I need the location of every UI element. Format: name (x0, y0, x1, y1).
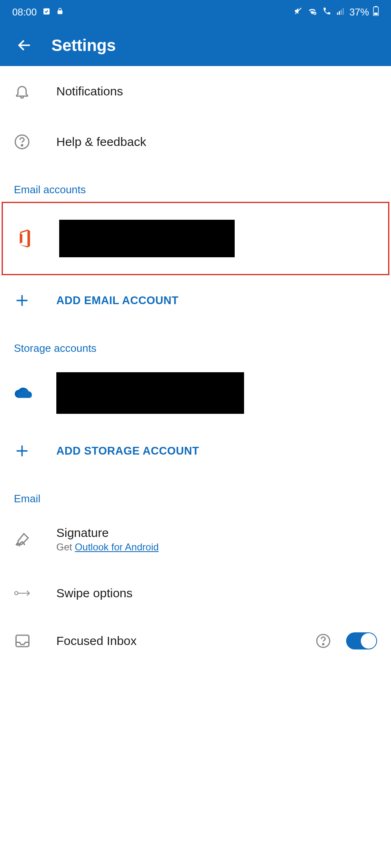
storage-account-redacted (56, 372, 244, 414)
swipe-icon (14, 587, 56, 599)
checkbox-icon (42, 7, 51, 18)
help-feedback-label: Help & feedback (56, 135, 146, 149)
signal-icon (336, 7, 345, 18)
onedrive-icon (14, 387, 56, 400)
page-title: Settings (51, 36, 116, 55)
svg-rect-4 (341, 9, 342, 15)
wifi-icon (307, 7, 318, 18)
focused-inbox-row[interactable]: Focused Inbox (0, 618, 391, 663)
svg-point-10 (21, 145, 22, 146)
add-email-account-row[interactable]: ADD EMAIL ACCOUNT (0, 275, 391, 326)
section-email: Email (0, 476, 391, 511)
status-battery: 37% (349, 7, 369, 18)
email-account-row[interactable] (2, 202, 389, 275)
plus-icon (14, 292, 56, 309)
app-bar: Settings (0, 24, 391, 66)
signature-sub: Get Outlook for Android (56, 541, 159, 553)
notifications-label: Notifications (56, 84, 123, 98)
signature-row[interactable]: Signature Get Outlook for Android (0, 511, 391, 568)
plus-icon (14, 443, 56, 459)
help-icon (14, 134, 56, 150)
office-icon (17, 230, 59, 247)
bell-icon (14, 83, 56, 99)
svg-rect-2 (337, 13, 338, 15)
add-storage-account-row[interactable]: ADD STORAGE ACCOUNT (0, 426, 391, 476)
inbox-icon (14, 632, 56, 649)
help-feedback-row[interactable]: Help & feedback (0, 117, 391, 167)
svg-rect-7 (375, 6, 377, 7)
battery-icon (373, 6, 379, 18)
focused-inbox-toggle[interactable] (346, 632, 377, 649)
signature-label: Signature (56, 526, 159, 540)
section-storage-accounts: Storage accounts (0, 326, 391, 360)
svg-point-14 (322, 643, 324, 645)
focused-inbox-label: Focused Inbox (56, 634, 137, 648)
lock-icon (56, 7, 64, 18)
svg-point-11 (15, 592, 18, 595)
status-time: 08:00 (12, 7, 37, 18)
help-icon[interactable] (315, 633, 331, 649)
outlook-android-link[interactable]: Outlook for Android (75, 541, 158, 552)
call-wifi-icon (322, 7, 332, 18)
svg-rect-5 (343, 8, 344, 15)
section-email-accounts: Email accounts (0, 167, 391, 202)
svg-rect-3 (339, 11, 340, 15)
back-button[interactable] (12, 33, 37, 57)
email-account-redacted (59, 220, 235, 257)
mute-icon (294, 7, 303, 18)
svg-rect-8 (374, 13, 378, 15)
swipe-options-label: Swipe options (56, 586, 133, 600)
notifications-row[interactable]: Notifications (0, 66, 391, 117)
status-bar: 08:00 37% (0, 0, 391, 24)
add-storage-label: ADD STORAGE ACCOUNT (56, 445, 199, 457)
signature-icon (14, 531, 56, 548)
swipe-options-row[interactable]: Swipe options (0, 568, 391, 618)
add-email-label: ADD EMAIL ACCOUNT (56, 294, 179, 307)
storage-account-row[interactable] (0, 360, 391, 426)
